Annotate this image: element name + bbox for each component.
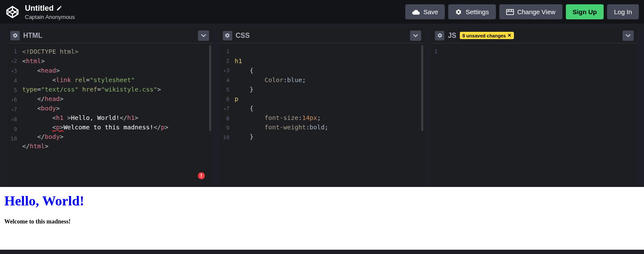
settings-label: Settings: [465, 8, 489, 15]
badge-text: 8 unsaved changes: [462, 33, 506, 38]
html-settings-icon[interactable]: [10, 31, 20, 40]
html-scrollbar[interactable]: [209, 45, 211, 131]
html-editor-title: HTML: [23, 32, 42, 40]
signup-button[interactable]: Sign Up: [566, 4, 604, 19]
cloud-icon: [412, 9, 420, 15]
layout-icon: [506, 9, 514, 15]
project-author: Captain Anonymous: [25, 14, 75, 20]
js-settings-icon[interactable]: [435, 31, 444, 40]
output-preview: Hello, World! Welcome to this madness!: [0, 187, 644, 250]
login-button[interactable]: Log In: [607, 4, 639, 19]
css-editor-title: CSS: [236, 32, 250, 40]
settings-button[interactable]: Settings: [448, 4, 495, 19]
css-gutter: 12▾3456▾78910: [219, 43, 233, 187]
save-label: Save: [423, 8, 438, 15]
editors-row: HTML 1▾2▾345▾6▾7▾8910 <!DOCTYPE html> <h…: [0, 24, 644, 187]
output-heading: Hello, World!: [4, 193, 640, 209]
close-badge-icon[interactable]: ✕: [507, 33, 511, 38]
css-settings-icon[interactable]: [223, 31, 232, 40]
login-label: Log In: [614, 8, 632, 15]
edit-title-icon[interactable]: [56, 5, 62, 11]
js-editor-body[interactable]: 1: [431, 43, 637, 187]
css-code[interactable]: h1 { Color:blue; } p { font-size:14px; f…: [233, 43, 425, 187]
js-editor-header: JS 8 unsaved changes ✕: [431, 28, 637, 43]
js-code[interactable]: [441, 43, 637, 187]
js-editor: JS 8 unsaved changes ✕ 1: [431, 28, 637, 187]
html-editor-header: HTML: [7, 28, 213, 43]
js-collapse-button[interactable]: [623, 31, 634, 41]
js-editor-title: JS: [448, 32, 456, 40]
html-editor: HTML 1▾2▾345▾6▾7▾8910 <!DOCTYPE html> <h…: [7, 28, 213, 187]
error-indicator-icon[interactable]: !: [198, 172, 205, 179]
gear-icon: [455, 9, 462, 15]
unsaved-changes-badge[interactable]: 8 unsaved changes ✕: [460, 32, 514, 39]
codepen-logo-icon[interactable]: [5, 5, 20, 19]
header-left: Untitled Captain Anonymous: [5, 4, 75, 20]
css-editor: CSS 12▾3456▾78910 h1 { Color:blue; } p {…: [219, 28, 425, 187]
html-code[interactable]: <!DOCTYPE html> <html> <head> <link rel=…: [21, 43, 213, 187]
change-view-label: Change View: [517, 8, 556, 15]
header-actions: Save Settings Change View Sign Up Log In: [405, 4, 639, 19]
js-gutter: 1: [431, 43, 441, 187]
output-paragraph: Welcome to this madness!: [4, 218, 640, 225]
app-header: Untitled Captain Anonymous Save Settings…: [0, 0, 644, 24]
css-scrollbar[interactable]: [421, 45, 423, 131]
project-title[interactable]: Untitled: [25, 4, 54, 13]
signup-label: Sign Up: [573, 8, 597, 15]
html-gutter: 1▾2▾345▾6▾7▾8910: [7, 43, 21, 187]
html-collapse-button[interactable]: [198, 31, 209, 41]
css-collapse-button[interactable]: [410, 31, 421, 41]
project-title-block: Untitled Captain Anonymous: [25, 4, 75, 20]
change-view-button[interactable]: Change View: [499, 4, 562, 19]
save-button[interactable]: Save: [405, 4, 445, 19]
css-editor-body[interactable]: 12▾3456▾78910 h1 { Color:blue; } p { fon…: [219, 43, 425, 187]
html-editor-body[interactable]: 1▾2▾345▾6▾7▾8910 <!DOCTYPE html> <html> …: [7, 43, 213, 187]
css-editor-header: CSS: [219, 28, 425, 43]
svg-rect-0: [506, 9, 513, 15]
